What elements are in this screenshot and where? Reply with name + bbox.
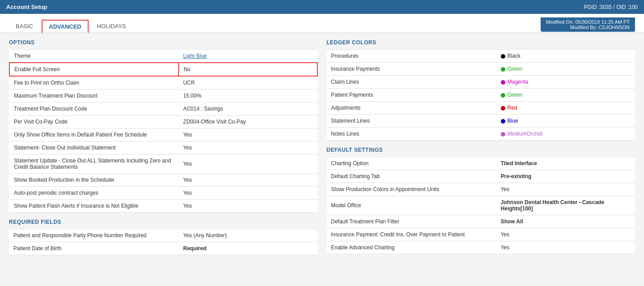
table-row: Auto-post periodic contract chargesYes [9,187,317,200]
color-dot-icon [501,80,505,85]
row-value: Yes [179,128,317,141]
color-dot-icon [501,132,505,137]
row-label: Statement- Close Out Individual Statemen… [9,141,179,154]
color-dot-icon [501,93,505,98]
ledger-colors-title: LEDGER COLORS [327,39,635,46]
pgid-oid: PGID :3035 / OID :100 [584,4,638,10]
row-value: No [179,63,317,76]
row-value: Yes [179,141,317,154]
modified-by: Modified By: CDJOHNSON [546,25,630,30]
row-value: Pre-existing [496,170,635,183]
tabs-container: BASIC ADVANCED HOLIDAYS [9,20,133,33]
table-row: Show Production Colors in Appointment Un… [327,183,635,196]
table-row: Insurance Payment: Credit Ins. Over Paym… [327,228,635,241]
row-label: Default Charting Tab [327,170,496,183]
row-label: Insurance Payments [327,63,496,76]
modified-info: Modified On: 05/30/2019 11:25 AM PT Modi… [541,17,635,32]
right-panel: LEDGER COLORS ProceduresBlackInsurance P… [327,39,635,286]
row-label: Default Treatment Plan Filter [327,215,496,228]
color-dot-icon [501,54,505,59]
row-value: Yes (Any Number) [179,229,317,242]
table-row: Show Booked Production in the SchedulerY… [9,174,317,187]
tab-bar: BASIC ADVANCED HOLIDAYS Modified On: 05/… [0,14,644,33]
row-value: UCR [179,76,317,90]
table-row: Enable Advanced ChartingYes [327,241,635,254]
tab-basic[interactable]: BASIC [9,20,40,33]
row-value[interactable]: Light Blue [179,50,317,63]
default-settings-title: DEFAULT SETTINGS [327,147,635,153]
row-value: 15.00% [179,90,317,102]
table-row: Statement Update - Close Out ALL Stateme… [9,154,317,174]
row-label: Show Booked Production in the Scheduler [9,174,179,187]
left-panel: OPTIONS ThemeLight BlueEnable Full Scree… [9,39,318,286]
row-label: Treatment Plan Discount Code [9,102,179,115]
row-label: Enable Advanced Charting [327,241,496,254]
table-row: Statement- Close Out Individual Statemen… [9,141,317,154]
main-content: OPTIONS ThemeLight BlueEnable Full Scree… [0,33,644,286]
row-label: Only Show Office Items in Default Patien… [9,128,179,141]
color-dot-icon [501,106,505,111]
row-label: Charting Option [327,157,496,170]
row-value: Johnson Dental Health Center - Cascade H… [496,196,635,215]
row-value: Yes [179,200,317,213]
row-value: Green [496,63,635,76]
required-fields-table: Patient and Responsible Party Phone Numb… [9,229,318,255]
row-value: AC014 : Savings [179,102,317,115]
table-row: Default Treatment Plan FilterShow All [327,215,635,228]
table-row: Patient Date of BirthRequired [9,242,318,255]
required-fields-title: REQUIRED FIELDS [9,219,318,225]
row-value: Yes [496,241,635,254]
table-row: ProceduresBlack [327,50,635,63]
top-bar: Account Setup PGID :3035 / OID :100 [0,0,644,14]
row-label: Procedures [327,50,496,63]
row-value: Magenta [496,76,635,89]
table-row: Per Visit Co-Pay CodeZD004-Office Visit … [9,115,317,128]
row-value: Show All [496,215,635,228]
default-settings-table: Charting OptionTiled InterfaceDefault Ch… [327,157,635,254]
row-label: Insurance Payment: Credit Ins. Over Paym… [327,228,496,241]
row-label: Adjustments [327,102,496,115]
table-row: Model OfficeJohnson Dental Health Center… [327,196,635,215]
table-row: Insurance PaymentsGreen [327,63,635,76]
row-label: Show Production Colors in Appointment Un… [327,183,496,196]
row-value: Yes [496,183,635,196]
table-row: Enable Full ScreenNo [9,63,317,76]
table-row: Treatment Plan Discount CodeAC014 : Savi… [9,102,317,115]
table-row: Claim LinesMagenta [327,76,635,89]
color-dot-icon [501,119,505,124]
row-value: Black [496,50,635,63]
table-row: Charting OptionTiled Interface [327,157,635,170]
row-value: Required [179,242,317,255]
row-label: Fee to Print on Ortho Claim [9,76,179,90]
tab-advanced[interactable]: ADVANCED [42,20,89,33]
table-row: Patient and Responsible Party Phone Numb… [9,229,318,242]
row-label: Theme [9,50,179,63]
color-dot-icon [501,67,505,72]
app-title: Account Setup [6,4,47,10]
row-value: Green [496,89,635,102]
row-label: Notes Lines [327,128,496,141]
table-row: Statement LinesBlue [327,115,635,128]
row-value: ZD004-Office Visit Co-Pay [179,115,317,128]
table-row: Notes LinesMediumOrchid [327,128,635,141]
table-row: Maximum Treatment Plan Discount15.00% [9,90,317,102]
row-value: Tiled Interface [496,157,635,170]
tab-holidays[interactable]: HOLIDAYS [90,20,133,33]
row-label: Auto-post periodic contract charges [9,187,179,200]
row-label: Enable Full Screen [9,63,179,76]
table-row: Patient PaymentsGreen [327,89,635,102]
table-row: Only Show Office Items in Default Patien… [9,128,317,141]
table-row: Fee to Print on Ortho ClaimUCR [9,76,317,90]
row-value: Red [496,102,635,115]
ledger-colors-table: ProceduresBlackInsurance PaymentsGreenCl… [327,49,635,141]
table-row: Show Patient Flash Alerts if Insurance i… [9,200,317,213]
row-label: Maximum Treatment Plan Discount [9,90,179,102]
row-label: Claim Lines [327,76,496,89]
options-title: OPTIONS [9,39,318,46]
row-value: MediumOrchid [496,128,635,141]
table-row: AdjustmentsRed [327,102,635,115]
row-label: Model Office [327,196,496,215]
modified-on: Modified On: 05/30/2019 11:25 AM PT [546,19,630,25]
options-table: ThemeLight BlueEnable Full ScreenNoFee t… [9,49,318,213]
row-label: Patient and Responsible Party Phone Numb… [9,229,179,242]
